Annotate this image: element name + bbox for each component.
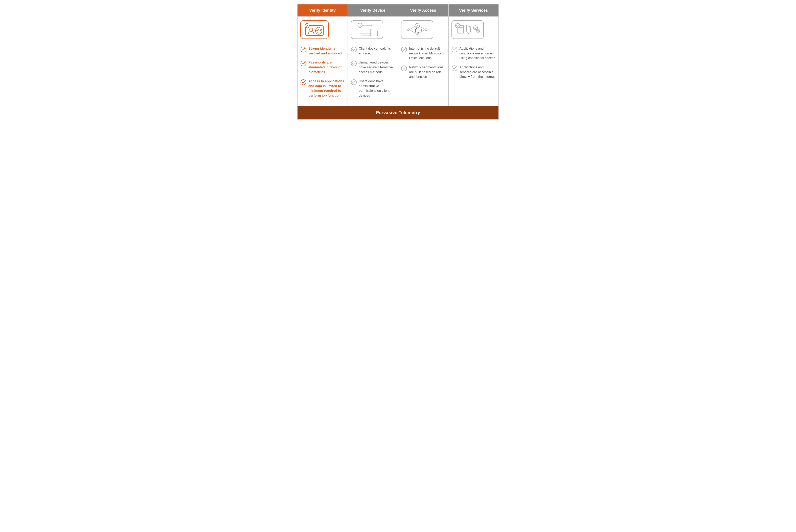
identity-text-3: Access to applications and data is limit… (309, 79, 345, 98)
header-access: Verify Access (398, 4, 449, 16)
device-item-1: Client device health is enforced (351, 46, 395, 56)
check-circle-gray-access-2 (401, 65, 407, 72)
svg-point-19 (425, 28, 427, 31)
svg-point-34 (477, 29, 480, 33)
access-text-2: Network segmentations are built based on… (409, 65, 445, 79)
svg-point-33 (475, 27, 476, 28)
header-services: Verify Services (449, 4, 499, 16)
device-illustration (354, 23, 380, 37)
access-text-1: Internet is the default network in all M… (409, 46, 445, 60)
services-column: Applications and conditions are enforced… (449, 17, 499, 106)
svg-rect-11 (370, 29, 376, 36)
check-circle-gray-access-1 (401, 46, 407, 53)
svg-rect-12 (374, 31, 377, 36)
device-icon-box (351, 20, 383, 39)
device-item-3: Users don't have administrative permissi… (351, 79, 395, 98)
check-circle-icon-1 (300, 46, 307, 53)
access-illustration (404, 23, 430, 37)
identity-item-1: Strong identity is verified and enforced (300, 46, 345, 56)
identity-text-2: Passwords are eliminated in favor of bio… (309, 60, 345, 74)
check-circle-gray-services-2 (451, 65, 458, 72)
device-item-2: Unmanaged devices have secure alternativ… (351, 60, 395, 74)
identity-item-2: Passwords are eliminated in favor of bio… (300, 60, 345, 74)
check-circle-icon-3 (300, 79, 307, 86)
header-device: Verify Device (348, 4, 399, 16)
services-illustration (455, 23, 481, 37)
svg-point-1 (310, 28, 313, 31)
svg-line-24 (418, 30, 425, 34)
access-icon-box (401, 20, 433, 39)
main-container: Verify Identity Verify Device Verify Acc… (297, 4, 499, 120)
services-text-1: Applications and conditions are enforced… (460, 46, 496, 60)
check-circle-gray-1 (351, 46, 357, 53)
device-text-1: Client device health is enforced (359, 46, 395, 56)
services-text-2: Applications and services are accessible… (460, 65, 496, 79)
footer-bar: Pervasive Telemetry (298, 106, 498, 119)
services-item-1: Applications and conditions are enforced… (451, 46, 496, 60)
access-column: Internet is the default network in all M… (398, 17, 449, 106)
check-circle-gray-services-1 (451, 46, 458, 53)
svg-point-32 (474, 25, 478, 30)
identity-column: Strong identity is verified and enforced… (298, 17, 348, 106)
header-row: Verify Identity Verify Device Verify Acc… (298, 4, 498, 16)
svg-point-17 (407, 28, 409, 31)
header-identity: Verify Identity (298, 4, 348, 16)
svg-line-22 (409, 30, 416, 34)
svg-point-36 (455, 23, 460, 28)
svg-point-25 (415, 23, 419, 28)
footer-label: Pervasive Telemetry (376, 110, 420, 115)
services-icon-box (451, 20, 484, 39)
identity-icon-box (300, 20, 329, 39)
device-text-2: Unmanaged devices have secure alternativ… (359, 60, 395, 74)
check-circle-gray-3 (351, 79, 357, 86)
identity-illustration (303, 23, 326, 37)
identity-item-3: Access to applications and data is limit… (300, 79, 345, 98)
access-item-1: Internet is the default network in all M… (401, 46, 445, 60)
identity-text-1: Strong identity is verified and enforced (309, 46, 345, 56)
services-item-2: Applications and services are accessible… (451, 65, 496, 79)
svg-point-35 (478, 30, 479, 32)
check-circle-icon-2 (300, 60, 307, 67)
check-circle-gray-2 (351, 60, 357, 67)
svg-point-13 (358, 23, 362, 27)
access-item-2: Network segmentations are built based on… (401, 65, 445, 79)
device-column: Client device health is enforced Unmanag… (348, 17, 399, 106)
svg-point-3 (305, 24, 310, 28)
device-text-3: Users don't have administrative permissi… (359, 79, 395, 98)
content-row: Strong identity is verified and enforced… (298, 16, 498, 106)
